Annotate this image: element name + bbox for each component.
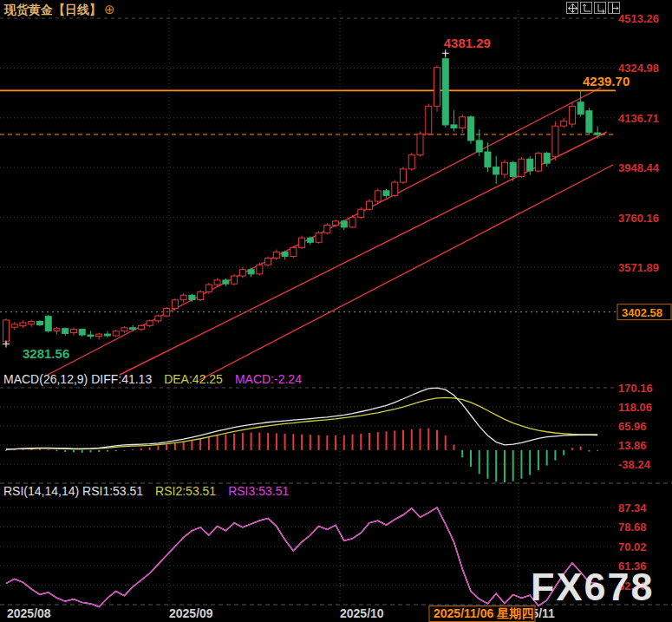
scale-x-axis-icon[interactable] xyxy=(594,2,606,14)
svg-text:4513.26: 4513.26 xyxy=(618,12,659,25)
price-chart-canvas[interactable]: 4513.264324.984136.713948.443760.163571.… xyxy=(0,0,672,622)
rsi3-label: RSI3:53.51 xyxy=(228,484,289,498)
svg-text:2025/10: 2025/10 xyxy=(340,606,384,620)
fx678-watermark: FX678 xyxy=(531,565,655,610)
pin-right-axis-icon[interactable] xyxy=(608,2,620,14)
svg-text:2025/11/06 星期四: 2025/11/06 星期四 xyxy=(434,606,533,620)
svg-text:70.02: 70.02 xyxy=(618,540,647,553)
macd-legend: MACD(26,12,9) DIFF:41.13DEA:42.25MACD:-2… xyxy=(3,372,314,386)
macd-macd-label: MACD:-2.24 xyxy=(235,372,302,386)
svg-text:2025/08: 2025/08 xyxy=(7,606,51,620)
svg-text:-38.24: -38.24 xyxy=(618,458,651,471)
rsi-legend: RSI(14,14,14) RSI1:53.51RSI2:53.51RSI3:5… xyxy=(3,484,301,498)
svg-text:3571.89: 3571.89 xyxy=(618,261,659,274)
instrument-title-text: 现货黄金【日线】 xyxy=(4,3,101,16)
instrument-title: 现货黄金【日线】⊕ xyxy=(4,2,115,18)
chart-toolbar xyxy=(566,2,620,14)
macd-dea-label: DEA:42.25 xyxy=(164,372,223,386)
add-indicator-icon[interactable]: ⊕ xyxy=(104,2,115,16)
svg-text:4136.71: 4136.71 xyxy=(618,112,659,125)
svg-text:2025/09: 2025/09 xyxy=(169,606,213,620)
svg-text:78.68: 78.68 xyxy=(618,521,647,534)
macd-main-label: MACD(26,12,9) DIFF:41.13 xyxy=(3,372,152,386)
svg-text:4324.98: 4324.98 xyxy=(618,62,659,75)
svg-text:3760.16: 3760.16 xyxy=(618,212,659,225)
svg-text:3948.44: 3948.44 xyxy=(618,161,660,174)
svg-text:118.06: 118.06 xyxy=(618,401,652,414)
svg-text:170.16: 170.16 xyxy=(618,382,653,395)
svg-text:4381.29: 4381.29 xyxy=(444,36,491,50)
rsi-main-label: RSI(14,14,14) RSI1:53.51 xyxy=(3,484,143,498)
scale-y-axis-icon[interactable] xyxy=(580,2,592,14)
svg-text:3281.56: 3281.56 xyxy=(23,346,69,361)
trading-chart-window: { "header": { "title": "现货黄金【日线】", "add_… xyxy=(0,0,672,622)
svg-text:3402.58: 3402.58 xyxy=(622,306,662,319)
svg-text:13.86: 13.86 xyxy=(618,439,647,452)
svg-text:65.96: 65.96 xyxy=(618,420,647,433)
svg-text:87.34: 87.34 xyxy=(618,501,647,514)
rsi2-label: RSI2:53.51 xyxy=(155,484,216,498)
move-tool-icon[interactable] xyxy=(566,2,578,14)
svg-text:4239.70: 4239.70 xyxy=(583,74,630,88)
